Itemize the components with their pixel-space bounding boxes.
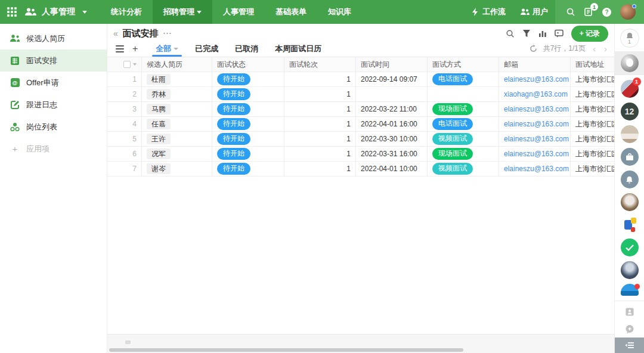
app-man-avatar[interactable] [621,261,639,279]
refresh-icon[interactable] [530,45,537,52]
time-cell[interactable]: 2022-03-30 10:00 [356,132,428,146]
view-tab-week-calendar[interactable]: 本周面试日历 [267,41,330,57]
nav-tab-hr[interactable]: 人事管理 [212,0,265,24]
candidate-cell[interactable]: 谢岑 [142,162,212,176]
sidebar-item-offer[interactable]: @ Offer申请 [0,72,107,94]
column-header-1[interactable]: 面试状态 [212,57,284,72]
nav-tab-forms[interactable]: 基础表单 [265,0,317,24]
time-cell[interactable]: 2022-04-01 10:00 [356,162,428,176]
method-cell[interactable]: 现场面试 [428,102,499,116]
filter-icon[interactable] [522,29,531,38]
method-cell[interactable]: 现场面试 [428,147,499,161]
email-link[interactable]: elaineszu@163.com [504,120,569,128]
app-calendar-avatar[interactable]: 12 [621,103,639,120]
round-cell[interactable]: 1 [284,117,356,131]
column-header-5[interactable]: 邮箱 [499,57,571,72]
app-partial-avatar[interactable] [621,284,639,296]
prev-page-icon[interactable]: ‹ [592,44,597,54]
app-launcher-icon[interactable] [7,7,17,17]
sidebar-item-candidates[interactable]: 候选人简历 [0,27,107,49]
email-link[interactable]: elaineszu@163.com [504,105,569,113]
column-header-2[interactable]: 面试轮次 [284,57,356,72]
email-link[interactable]: elaineszu@163.com [504,165,569,173]
app-photos-avatar[interactable]: 1 [621,80,639,98]
email-cell[interactable]: elaineszu@163.com [499,162,571,176]
new-chat-icon[interactable] [625,324,634,336]
method-cell[interactable]: 视频面试 [428,132,499,146]
view-tab-cancelled[interactable]: 已取消 [227,41,267,57]
view-list-icon[interactable] [116,45,124,52]
table-row[interactable]: 6况军待开始12022-03-31 16:00现场面试elaineszu@163… [107,147,614,162]
users-link[interactable]: 用户 [513,7,555,17]
method-cell[interactable] [428,87,499,101]
table-row[interactable]: 7谢岑待开始12022-04-01 10:00视频面试elaineszu@163… [107,162,614,176]
method-cell[interactable]: 电话面试 [428,72,499,86]
round-cell[interactable]: 1 [284,87,356,101]
view-tab-all[interactable]: 全部 [147,41,187,57]
address-cell[interactable]: 上海市徐汇区钦 [571,72,614,86]
round-cell[interactable]: 1 [284,72,356,86]
more-options-icon[interactable]: ··· [163,29,172,38]
method-cell[interactable]: 电话面试 [428,117,499,131]
chart-icon[interactable] [538,29,547,38]
email-link[interactable]: elaineszu@163.com [504,75,569,83]
round-cell[interactable]: 1 [284,102,356,116]
app-girl-avatar[interactable] [621,125,639,143]
method-cell[interactable]: 视频面试 [428,162,499,176]
status-cell[interactable]: 待开始 [212,147,284,161]
time-cell[interactable]: 2022-03-31 16:00 [356,147,428,161]
app-check[interactable] [621,239,639,256]
status-cell[interactable]: 待开始 [212,162,284,176]
address-cell[interactable]: 上海市徐汇区钦 [571,117,614,131]
email-link[interactable]: elaineszu@163.com [504,150,569,158]
status-cell[interactable]: 待开始 [212,102,284,116]
email-cell[interactable]: elaineszu@163.com [499,147,571,161]
sidebar-item-positions[interactable]: 岗位列表 [0,116,107,138]
time-cell[interactable] [356,87,428,101]
app-bell[interactable] [621,171,639,188]
email-cell[interactable]: elaineszu@163.com [499,117,571,131]
address-cell[interactable]: 上海市徐汇区钦 [571,102,614,116]
time-cell[interactable]: 2022-09-14 09:07 [356,72,428,86]
status-cell[interactable]: 待开始 [212,87,284,101]
candidate-cell[interactable]: 况军 [142,147,212,161]
time-cell[interactable]: 2022-04-01 16:00 [356,117,428,131]
sidebar-item-add-app[interactable]: + 应用项 [0,138,107,160]
contacts-icon[interactable] [625,307,634,318]
chevron-down-icon[interactable] [133,63,137,66]
user-avatar[interactable] [620,4,636,20]
address-cell[interactable]: 上海市徐汇区钦 [571,162,614,176]
notice-list-icon[interactable]: 1 [584,7,593,17]
collapse-rail-button[interactable] [615,337,644,353]
search-icon[interactable] [506,29,515,38]
add-record-button[interactable]: + 记录 [571,26,608,42]
address-cell[interactable]: 上海市徐汇区钦 [571,87,614,101]
table-row[interactable]: 4任嘉待开始12022-04-01 16:00电话面试elaineszu@163… [107,117,614,132]
select-all-checkbox[interactable] [123,61,131,68]
address-cell[interactable]: 上海市徐汇区钦 [571,132,614,146]
candidate-cell[interactable]: 任嘉 [142,117,212,131]
horizontal-scrollbar[interactable] [109,348,463,352]
table-row[interactable]: 5王许待开始12022-03-30 10:00视频面试elaineszu@163… [107,132,614,147]
email-link[interactable]: xiaohagn@163.com [504,90,568,98]
help-icon[interactable]: ? [602,7,612,17]
round-cell[interactable]: 1 [284,162,356,176]
status-cell[interactable]: 待开始 [212,132,284,146]
candidate-cell[interactable]: 马腾 [142,102,212,116]
column-header-3[interactable]: 面试时间 [356,57,428,72]
add-row-hint[interactable] [125,340,131,344]
app-briefcase[interactable] [621,148,639,166]
column-header-4[interactable]: 面试方式 [428,57,499,72]
collapse-sidebar-icon[interactable]: « [113,29,118,38]
email-link[interactable]: elaineszu@163.com [504,135,569,143]
view-tab-completed[interactable]: 已完成 [187,41,227,57]
sidebar-item-followup-log[interactable]: 跟进日志 [0,94,107,116]
nav-tab-stats[interactable]: 统计分析 [100,0,153,24]
candidate-cell[interactable]: 王许 [142,132,212,146]
nav-tab-recruiting[interactable]: 招聘管理 [153,0,212,24]
email-cell[interactable]: xiaohagn@163.com [499,87,571,101]
app-robot-avatar[interactable] [621,216,639,234]
round-cell[interactable]: 1 [284,147,356,161]
app-apple-avatar[interactable] [621,54,639,72]
table-row[interactable]: 3马腾待开始12022-03-22 11:00现场面试elaineszu@163… [107,102,614,117]
